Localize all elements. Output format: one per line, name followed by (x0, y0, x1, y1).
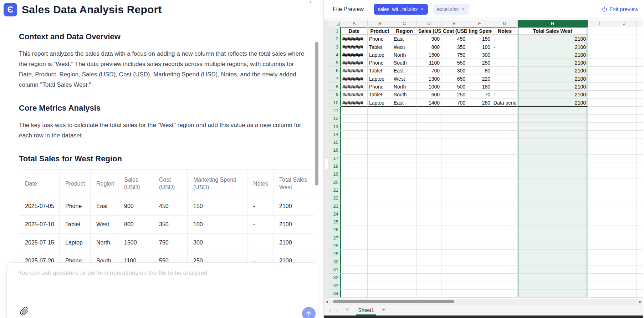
sheet-cell-a16[interactable] (341, 146, 368, 154)
sheet-cell-e28[interactable] (441, 242, 467, 250)
sheet-cell-d20[interactable] (417, 178, 441, 186)
sheet-cell-partial[interactable] (637, 234, 643, 242)
sheet-cell-i25[interactable] (588, 218, 612, 226)
sheet-cell-c15[interactable] (392, 138, 417, 146)
sheet-cell-d10[interactable]: 1400 (417, 99, 441, 107)
sheet-cell-i17[interactable] (588, 155, 612, 162)
sheet-cell-partial[interactable] (637, 266, 643, 274)
close-icon[interactable]: × (420, 6, 424, 12)
sheet-cell-g30[interactable] (492, 258, 518, 266)
sheet-cell-e19[interactable] (441, 170, 467, 178)
sheet-cell-j20[interactable] (612, 178, 637, 186)
sheet-cell-j15[interactable] (612, 138, 637, 146)
row-header-1[interactable]: 1 (329, 27, 341, 35)
sheet-cell-j27[interactable] (612, 234, 637, 242)
sheet-cell-d8[interactable]: 1000 (417, 83, 441, 91)
sheet-cell-d19[interactable] (417, 170, 441, 178)
sheet-cell-partial[interactable] (637, 43, 643, 51)
sheet-cell-c2[interactable]: East (392, 35, 417, 43)
sheet-vertical-scroll-thumb[interactable] (325, 158, 328, 169)
sheet-cell-j2[interactable] (612, 35, 637, 43)
sheet-cell-c17[interactable] (392, 155, 417, 162)
column-header-a[interactable]: A (341, 20, 368, 27)
row-header-12[interactable]: 12 (329, 115, 341, 122)
sheet-cell-h33[interactable] (518, 282, 588, 290)
sheet-cell-d22[interactable] (417, 194, 441, 202)
column-header-b[interactable]: B (368, 20, 392, 27)
sheet-cell-e6[interactable]: 300 (441, 67, 467, 75)
sheet-cell-partial[interactable] (637, 170, 643, 178)
sheet-cell-j8[interactable] (612, 83, 637, 91)
sheet-cell-f15[interactable] (467, 138, 492, 146)
sheet-cell-j32[interactable] (612, 274, 637, 282)
sheet-cell-b31[interactable] (368, 266, 392, 274)
sheet-cell-h18[interactable] (518, 162, 588, 170)
sheet-cell-d5[interactable]: 1100 (417, 59, 441, 67)
sheet-cell-a21[interactable] (341, 186, 368, 194)
sheet-cell-j13[interactable] (612, 123, 637, 131)
sheet-cell-d21[interactable] (417, 186, 441, 194)
prev-sheet-icon[interactable]: ‹ (329, 306, 331, 314)
sheet-cell-g10[interactable]: Data pend (492, 99, 518, 107)
sheet-cell-b19[interactable] (368, 170, 392, 178)
report-scrollbar-thumb[interactable] (315, 42, 318, 186)
sheet-cell-c3[interactable]: West (392, 43, 417, 51)
sheet-cell-a18[interactable] (341, 162, 368, 170)
sheet-cell-b25[interactable] (368, 218, 392, 226)
sheet-cell-e26[interactable] (441, 226, 467, 234)
sheet-cell-e31[interactable] (441, 266, 467, 274)
sheet-cell-a7[interactable]: ######## (341, 75, 368, 83)
row-header-34[interactable]: 34 (329, 290, 341, 298)
sheet-cell-f29[interactable] (467, 250, 492, 258)
sheet-cell-d4[interactable]: 1500 (417, 51, 441, 59)
sheet-cell-g8[interactable]: - (492, 83, 518, 91)
sheet-cell-a29[interactable] (341, 250, 368, 258)
sheet-cell-f21[interactable] (467, 186, 492, 194)
sheet-cell-g29[interactable] (492, 250, 518, 258)
row-header-31[interactable]: 31 (329, 266, 341, 274)
sheet-cell-partial[interactable] (637, 274, 643, 282)
sheet-cell-e1[interactable]: Cost (USD) (441, 27, 467, 35)
sheet-cell-partial[interactable] (637, 131, 643, 138)
sheet-cell-d33[interactable] (417, 282, 441, 290)
sheet-cell-j17[interactable] (612, 155, 637, 162)
sheet-cell-g21[interactable] (492, 186, 518, 194)
sheet-cell-j3[interactable] (612, 43, 637, 51)
sheet-cell-f27[interactable] (467, 234, 492, 242)
sheet-cell-f22[interactable] (467, 194, 492, 202)
select-all-corner[interactable] (329, 20, 341, 27)
sheet-cell-partial[interactable] (637, 75, 643, 83)
sheet-cell-a9[interactable]: ######## (341, 91, 368, 99)
sheet-cell-g27[interactable] (492, 234, 518, 242)
sheet-cell-h25[interactable] (518, 218, 588, 226)
sheet-cell-f4[interactable]: 300 (467, 51, 492, 59)
sheet-cell-b28[interactable] (368, 242, 392, 250)
sheet-cell-f23[interactable] (467, 202, 492, 210)
sheet-cell-d27[interactable] (417, 234, 441, 242)
sheet-cell-j9[interactable] (612, 91, 637, 99)
sheet-cell-c25[interactable] (392, 218, 417, 226)
sheet-cell-i16[interactable] (588, 146, 612, 154)
sheet-cell-j5[interactable] (612, 59, 637, 67)
sheet-cell-f3[interactable]: 100 (467, 43, 492, 51)
sheet-cell-partial[interactable] (637, 162, 643, 170)
sheet-cell-g11[interactable] (492, 107, 518, 115)
sheet-cell-b12[interactable] (368, 115, 392, 122)
sheet-cell-b15[interactable] (368, 138, 392, 146)
sheet-cell-f18[interactable] (467, 162, 492, 170)
sheet-cell-f34[interactable] (467, 290, 492, 298)
column-header-partial[interactable] (637, 20, 643, 27)
sheet-cell-c31[interactable] (392, 266, 417, 274)
sheet-cell-a2[interactable]: ######## (341, 35, 368, 43)
sheet-cell-partial[interactable] (637, 178, 643, 186)
sheet-cell-g1[interactable]: Notes (492, 27, 518, 35)
sheet-cell-g12[interactable] (492, 115, 518, 122)
sheet-cell-a4[interactable]: ######## (341, 51, 368, 59)
sheet-cell-d34[interactable] (417, 290, 441, 298)
add-sheet-icon[interactable]: + (382, 306, 386, 314)
sheet-cell-a19[interactable] (341, 170, 368, 178)
row-header-13[interactable]: 13 (329, 123, 341, 131)
sheet-cell-j14[interactable] (612, 131, 637, 138)
sheet-cell-i24[interactable] (588, 210, 612, 218)
sheet-cell-e25[interactable] (441, 218, 467, 226)
